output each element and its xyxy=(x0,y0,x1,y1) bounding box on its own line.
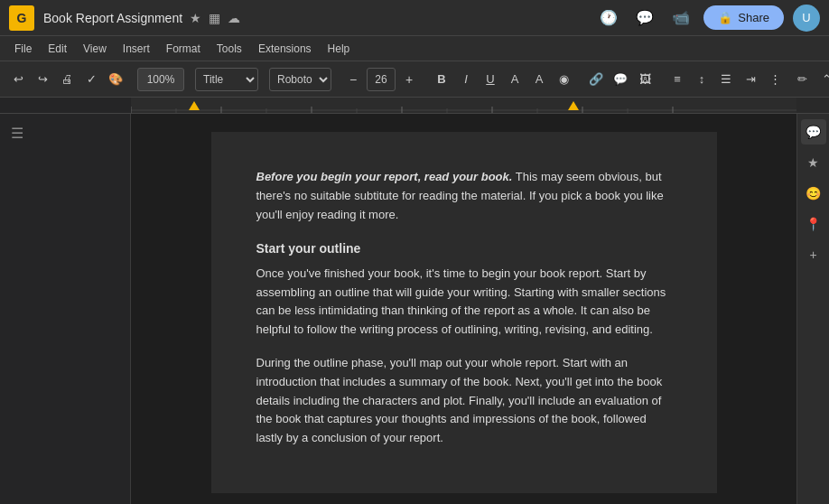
right-panel-chat-icon[interactable]: 💬 xyxy=(801,119,826,145)
right-panel-people-icon[interactable]: 😊 xyxy=(801,181,826,206)
right-panel-star-icon[interactable]: ★ xyxy=(801,150,826,175)
menu-format[interactable]: Format xyxy=(159,40,208,58)
document-area[interactable]: Before you begin your report, read your … xyxy=(131,114,796,504)
document-page: Before you begin your report, read your … xyxy=(211,132,717,493)
title-section: Book Report Assignment ★ ▦ ☁ xyxy=(43,11,595,25)
strikethrough-button[interactable]: A xyxy=(504,67,526,92)
cloud-icon[interactable]: ☁ xyxy=(228,11,240,25)
doc-icon-label: G xyxy=(17,11,27,25)
header-right: 🕐 💬 📹 🔒 Share U xyxy=(595,5,820,32)
menu-view[interactable]: View xyxy=(76,40,114,58)
meet-button[interactable]: 📹 xyxy=(667,5,694,32)
spellcheck-button[interactable]: ✓ xyxy=(80,67,102,92)
image-button[interactable]: 🖼 xyxy=(634,67,656,92)
menu-file[interactable]: File xyxy=(7,40,39,58)
paint-format-button[interactable]: 🎨 xyxy=(105,67,126,92)
bold-italic-text: Before you begin your report, read your … xyxy=(256,170,513,183)
intro-paragraph: Before you begin your report, read your … xyxy=(256,168,672,224)
lock-icon: 🔒 xyxy=(718,11,732,24)
undo-button[interactable]: ↩ xyxy=(7,67,29,92)
font-size-input[interactable] xyxy=(367,68,396,91)
comments-button[interactable]: 💬 xyxy=(631,5,658,32)
link-button[interactable]: 🔗 xyxy=(585,67,607,92)
ruler-margin-right[interactable] xyxy=(568,101,579,110)
history-button[interactable]: 🕐 xyxy=(595,5,622,32)
ruler xyxy=(0,98,829,114)
decrease-font-button[interactable]: − xyxy=(342,67,364,92)
right-panel: 💬 ★ 😊 📍 + xyxy=(796,114,829,504)
style-select[interactable]: Title Normal Heading 1 xyxy=(195,68,258,91)
pen-mode-button[interactable]: ✏ xyxy=(791,67,813,92)
right-panel-maps-icon[interactable]: 📍 xyxy=(801,211,826,237)
avatar[interactable]: U xyxy=(793,5,820,32)
share-label: Share xyxy=(738,11,769,24)
title-bar: G Book Report Assignment ★ ▦ ☁ 🕐 💬 📹 🔒 S… xyxy=(0,0,829,36)
redo-button[interactable]: ↪ xyxy=(32,67,53,92)
menu-tools[interactable]: Tools xyxy=(210,40,249,58)
share-button[interactable]: 🔒 Share xyxy=(703,5,784,30)
right-panel-add-icon[interactable]: + xyxy=(801,242,826,267)
print-button[interactable]: 🖨 xyxy=(56,67,78,92)
star-icon[interactable]: ★ xyxy=(190,11,201,25)
collapse-toolbar-button[interactable]: ⌃ xyxy=(815,67,829,92)
italic-button[interactable]: I xyxy=(455,67,477,92)
doc-icon: G xyxy=(9,5,34,31)
menu-bar: File Edit View Insert Format Tools Exten… xyxy=(0,36,829,61)
section-1-body-2: During the outline phase, you'll map out… xyxy=(256,354,672,448)
drive-icon[interactable]: ▦ xyxy=(209,11,220,25)
underline-button[interactable]: U xyxy=(480,67,501,92)
line-spacing-button[interactable]: ↕ xyxy=(691,67,713,92)
more-options-button[interactable]: ⋮ xyxy=(764,67,786,92)
align-button[interactable]: ≡ xyxy=(666,67,688,92)
ruler-margin-left[interactable] xyxy=(189,101,200,110)
main-area: ☰ Before you begin your report, read you… xyxy=(0,114,829,504)
left-sidebar: ☰ xyxy=(0,114,131,504)
font-select[interactable]: Roboto Arial xyxy=(269,68,331,91)
font-color-button[interactable]: A xyxy=(528,67,550,92)
indent-button[interactable]: ⇥ xyxy=(740,67,761,92)
increase-font-button[interactable]: + xyxy=(398,67,420,92)
bold-button[interactable]: B xyxy=(431,67,452,92)
section-1-heading: Start your outline xyxy=(256,238,672,258)
menu-edit[interactable]: Edit xyxy=(41,40,74,58)
section-1-body-1: Once you've finished your book, it's tim… xyxy=(256,265,672,340)
menu-help[interactable]: Help xyxy=(321,40,358,58)
highlight-button[interactable]: ◉ xyxy=(553,67,574,92)
outline-toggle-button[interactable]: ☰ xyxy=(7,121,123,145)
document-title[interactable]: Book Report Assignment xyxy=(43,11,182,25)
menu-insert[interactable]: Insert xyxy=(116,40,157,58)
doc-title-row: Book Report Assignment ★ ▦ ☁ xyxy=(43,11,595,25)
comment-button[interactable]: 💬 xyxy=(610,67,631,92)
menu-extensions[interactable]: Extensions xyxy=(251,40,319,58)
zoom-input[interactable] xyxy=(137,68,184,91)
list-button[interactable]: ☰ xyxy=(715,67,737,92)
section-1: Start your outline Once you've finished … xyxy=(256,238,672,448)
toolbar: ↩ ↪ 🖨 ✓ 🎨 Title Normal Heading 1 Roboto … xyxy=(0,61,829,98)
ruler-svg xyxy=(131,98,796,114)
